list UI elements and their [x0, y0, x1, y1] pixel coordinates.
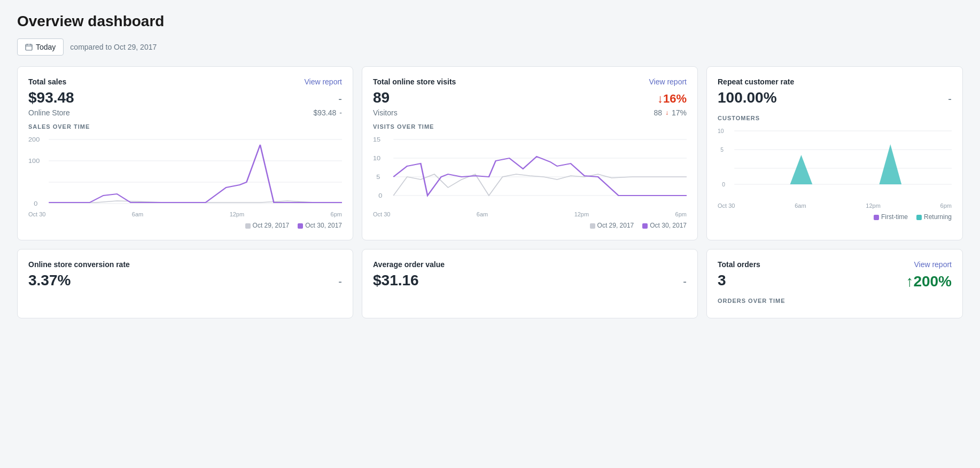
sales-chart-label: SALES OVER TIME — [28, 123, 342, 130]
sales-chart-legend: Oct 29, 2017 Oct 30, 2017 — [28, 222, 342, 229]
svg-text:10: 10 — [718, 128, 724, 134]
customers-chart-x-labels: Oct 30 6am 12pm 6pm — [718, 202, 952, 209]
sales-chart-x-labels: Oct 30 6am 12pm 6pm — [28, 211, 342, 217]
conversion-rate-dash: - — [338, 276, 342, 288]
dashboard-grid: Total sales View report $93.48 - Online … — [17, 66, 963, 318]
total-sales-dash: - — [338, 93, 342, 105]
avg-order-title: Average order value — [373, 260, 445, 269]
visitors-arrow: ↓ — [665, 109, 668, 116]
online-store-value: $93.48 — [314, 108, 337, 117]
conversion-rate-value: 3.37% — [28, 272, 71, 289]
svg-text:15: 15 — [373, 137, 380, 142]
total-visits-value: 89 — [373, 89, 390, 106]
visitors-pct: 17% — [672, 108, 687, 117]
repeat-customer-title: Repeat customer rate — [718, 77, 794, 86]
svg-text:0: 0 — [378, 193, 382, 198]
svg-text:0: 0 — [722, 182, 725, 188]
avg-order-card: Average order value $31.16 - — [362, 249, 698, 318]
visits-chart: 15 10 5 0 — [373, 134, 687, 209]
customers-section-label: CUSTOMERS — [718, 115, 952, 121]
total-orders-title: Total orders — [718, 260, 760, 269]
total-sales-title: Total sales — [28, 77, 66, 86]
visits-chart-x-labels: Oct 30 6am 12pm 6pm — [373, 211, 687, 217]
calendar-icon — [25, 43, 33, 51]
visits-chart-legend: Oct 29, 2017 Oct 30, 2017 — [373, 222, 687, 229]
conversion-rate-title: Online store conversion rate — [28, 260, 130, 269]
total-visits-pct: ↓16% — [657, 92, 687, 106]
total-visits-view-report[interactable]: View report — [649, 77, 687, 86]
svg-text:200: 200 — [28, 137, 40, 142]
total-orders-card: Total orders View report 3 ↑200% ORDERS … — [706, 249, 963, 318]
svg-text:5: 5 — [720, 147, 724, 153]
total-orders-view-report[interactable]: View report — [914, 260, 952, 269]
total-orders-pct: ↑200% — [906, 273, 952, 290]
visitors-label: Visitors — [373, 108, 398, 117]
svg-text:100: 100 — [28, 158, 40, 163]
customers-chart: 10 5 0 — [718, 126, 952, 200]
avg-order-dash: - — [683, 276, 687, 288]
total-visits-card: Total online store visits View report 89… — [362, 66, 698, 240]
visits-chart-label: VISITS OVER TIME — [373, 123, 687, 130]
svg-marker-26 — [790, 155, 813, 184]
visitors-value: 88 — [654, 108, 662, 117]
orders-chart-label: ORDERS OVER TIME — [718, 298, 952, 304]
online-store-label: Online Store — [28, 108, 70, 117]
repeat-customer-dash: - — [948, 93, 952, 105]
total-sales-view-report[interactable]: View report — [304, 77, 342, 86]
sales-chart: 200 100 0 — [28, 134, 342, 209]
today-button[interactable]: Today — [17, 38, 64, 56]
svg-text:5: 5 — [376, 174, 380, 180]
total-sales-value: $93.48 — [28, 89, 74, 106]
total-orders-value: 3 — [718, 272, 726, 289]
online-store-dash: - — [339, 108, 342, 117]
svg-text:10: 10 — [373, 155, 380, 161]
total-sales-card: Total sales View report $93.48 - Online … — [17, 66, 353, 240]
toolbar: Today compared to Oct 29, 2017 — [17, 38, 963, 56]
compare-text: compared to Oct 29, 2017 — [70, 43, 157, 51]
repeat-customer-card: Repeat customer rate 100.00% - CUSTOMERS… — [706, 66, 963, 240]
conversion-rate-card: Online store conversion rate 3.37% - — [17, 249, 353, 318]
svg-rect-0 — [26, 44, 32, 50]
page-title: Overview dashboard — [17, 13, 963, 30]
customers-chart-legend: First-time Returning — [718, 213, 952, 221]
total-visits-title: Total online store visits — [373, 77, 456, 86]
svg-text:0: 0 — [34, 201, 37, 206]
avg-order-value: $31.16 — [373, 272, 419, 289]
repeat-customer-value: 100.00% — [718, 89, 777, 106]
svg-marker-27 — [879, 144, 901, 184]
